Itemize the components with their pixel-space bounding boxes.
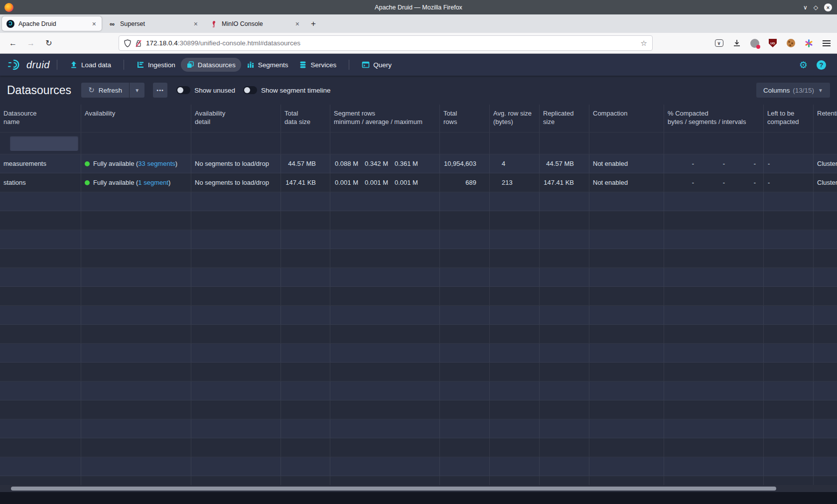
url-text[interactable]: 172.18.0.4:30899/unified-console.html#da…	[146, 39, 641, 47]
back-button[interactable]: ←	[6, 39, 20, 48]
column-header[interactable]: Compaction	[589, 105, 664, 132]
empty-cell	[0, 230, 81, 249]
insecure-lock-icon[interactable]	[135, 39, 142, 47]
nav-item-label: Load data	[81, 61, 111, 69]
cookie-icon[interactable]	[785, 38, 796, 49]
empty-cell	[191, 268, 281, 286]
refresh-button[interactable]: ↻ Refresh	[81, 83, 129, 98]
nav-item-segments[interactable]: Segments	[241, 58, 294, 72]
empty-cell	[589, 230, 664, 249]
empty-cell	[814, 306, 837, 324]
menu-icon[interactable]	[821, 38, 832, 49]
settings-gear-icon[interactable]: ⚙	[799, 59, 808, 71]
empty-cell	[440, 325, 490, 343]
nav-item-query[interactable]: Query	[356, 58, 397, 72]
column-header[interactable]: Segment rowsminimum / average / maximum	[330, 105, 440, 132]
more-actions-button[interactable]: •••	[153, 83, 167, 98]
filter-cell	[81, 132, 191, 154]
empty-cell	[330, 344, 440, 362]
empty-cell	[764, 287, 814, 305]
column-header[interactable]: Totalrows	[440, 105, 490, 132]
firefox-window: Apache Druid — Mozilla Firefox ∨ ◇ × ƆAp…	[0, 0, 837, 504]
empty-cell	[664, 249, 764, 267]
tab-close-icon[interactable]: ×	[91, 20, 97, 28]
empty-cell	[814, 419, 837, 438]
segments-link[interactable]: 1 segment	[138, 179, 168, 186]
empty-cell	[330, 249, 440, 267]
tab-close-icon[interactable]: ×	[193, 20, 199, 28]
empty-cell	[814, 249, 837, 267]
empty-cell	[0, 381, 81, 400]
tab-apache-druid[interactable]: ƆApache Druid×	[2, 16, 102, 31]
column-header[interactable]: Availabilitydetail	[191, 105, 281, 132]
column-header[interactable]: Datasourcename	[0, 105, 81, 132]
new-tab-button[interactable]: +	[311, 19, 316, 29]
column-header[interactable]: Avg. row size(bytes)	[490, 105, 540, 132]
datasource-filter-input[interactable]	[10, 136, 78, 151]
minimize-button[interactable]: ∨	[803, 4, 808, 11]
empty-cell	[664, 419, 764, 438]
url-bar[interactable]: 172.18.0.4:30899/unified-console.html#da…	[119, 35, 653, 51]
empty-cell	[589, 363, 664, 381]
pocket-icon[interactable]: ∨	[713, 38, 724, 49]
cell-datasource-name: measurements	[0, 154, 81, 173]
filter-cell	[764, 132, 814, 154]
column-header[interactable]: Left to becompacted	[764, 105, 814, 132]
minio-icon	[210, 20, 218, 28]
empty-cell	[281, 230, 330, 249]
columns-button[interactable]: Columns (13/15) ▼	[756, 83, 830, 98]
tab-minio-console[interactable]: MinIO Console×	[205, 16, 305, 31]
refresh-dropdown-button[interactable]: ▼	[129, 83, 144, 98]
empty-cell	[281, 192, 330, 211]
cell-left-to-compact: -	[764, 154, 814, 173]
nav-item-datasources[interactable]: Datasources	[181, 58, 241, 72]
empty-row	[0, 249, 837, 268]
column-header[interactable]: Totaldata size	[281, 105, 330, 132]
segments-link[interactable]: 33 segments	[138, 160, 175, 167]
tab-close-icon[interactable]: ×	[294, 20, 300, 28]
nav-item-ingestion[interactable]: Ingestion	[131, 58, 181, 72]
tab-strip: ƆApache Druid×∞Superset×MinIO Console× +	[0, 14, 837, 33]
nav-item-services[interactable]: Services	[293, 58, 342, 72]
help-icon[interactable]: ?	[817, 60, 826, 70]
empty-cell	[490, 268, 540, 286]
empty-cell	[0, 438, 81, 457]
forward-button[interactable]: →	[24, 39, 38, 48]
column-header[interactable]: Retention	[814, 105, 837, 132]
container-asterisk-icon[interactable]	[803, 38, 814, 49]
empty-cell	[330, 306, 440, 324]
empty-cell	[490, 363, 540, 381]
column-header[interactable]: Availability	[81, 105, 191, 132]
empty-row	[0, 438, 837, 457]
tab-superset[interactable]: ∞Superset×	[104, 16, 203, 31]
nav-item-load-data[interactable]: Load data	[64, 58, 117, 72]
empty-cell	[490, 249, 540, 267]
column-header[interactable]: Replicatedsize	[540, 105, 589, 132]
shield-icon[interactable]	[124, 39, 131, 47]
cell-availability: Fully available (1 segment)	[81, 173, 191, 192]
cell-compaction: Not enabled	[589, 154, 664, 173]
show-unused-toggle[interactable]	[176, 86, 190, 94]
empty-cell	[589, 249, 664, 267]
reload-button[interactable]: ↻	[42, 38, 56, 48]
empty-cell	[0, 400, 81, 419]
empty-cell	[589, 476, 664, 485]
scrollbar-thumb[interactable]	[11, 487, 776, 491]
maximize-button[interactable]: ◇	[814, 4, 818, 11]
show-segment-timeline-toggle[interactable]	[243, 86, 257, 94]
close-button[interactable]: ×	[824, 3, 832, 11]
tab-title: Apache Druid	[18, 20, 91, 27]
horizontal-scrollbar[interactable]	[0, 485, 837, 492]
column-header[interactable]: % Compactedbytes / segments / intervals	[664, 105, 764, 132]
download-icon[interactable]	[731, 38, 742, 49]
empty-cell	[814, 438, 837, 457]
extension-icon[interactable]	[749, 38, 760, 49]
bookmark-star-icon[interactable]: ☆	[641, 39, 647, 48]
empty-cell	[814, 457, 837, 476]
empty-cell	[440, 211, 490, 230]
ublock-icon[interactable]: UO	[767, 38, 778, 49]
druid-logo[interactable]: druid	[8, 59, 50, 71]
empty-cell	[540, 325, 589, 343]
empty-cell	[281, 457, 330, 476]
empty-cell	[81, 249, 191, 267]
